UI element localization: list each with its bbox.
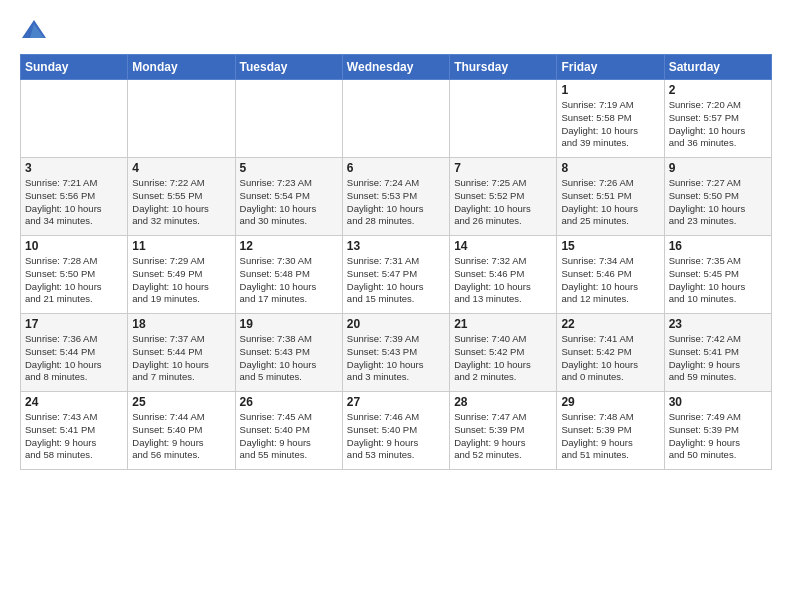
day-info: Sunrise: 7:19 AM Sunset: 5:58 PM Dayligh…: [561, 99, 659, 150]
day-number: 24: [25, 395, 123, 409]
day-info: Sunrise: 7:47 AM Sunset: 5:39 PM Dayligh…: [454, 411, 552, 462]
calendar-table: SundayMondayTuesdayWednesdayThursdayFrid…: [20, 54, 772, 470]
weekday-header-monday: Monday: [128, 55, 235, 80]
header: [20, 16, 772, 44]
day-number: 6: [347, 161, 445, 175]
day-info: Sunrise: 7:38 AM Sunset: 5:43 PM Dayligh…: [240, 333, 338, 384]
calendar-cell: 7Sunrise: 7:25 AM Sunset: 5:52 PM Daylig…: [450, 158, 557, 236]
day-number: 25: [132, 395, 230, 409]
day-info: Sunrise: 7:37 AM Sunset: 5:44 PM Dayligh…: [132, 333, 230, 384]
day-info: Sunrise: 7:26 AM Sunset: 5:51 PM Dayligh…: [561, 177, 659, 228]
calendar-cell: 23Sunrise: 7:42 AM Sunset: 5:41 PM Dayli…: [664, 314, 771, 392]
calendar-cell: 8Sunrise: 7:26 AM Sunset: 5:51 PM Daylig…: [557, 158, 664, 236]
day-number: 13: [347, 239, 445, 253]
day-info: Sunrise: 7:20 AM Sunset: 5:57 PM Dayligh…: [669, 99, 767, 150]
week-row-2: 3Sunrise: 7:21 AM Sunset: 5:56 PM Daylig…: [21, 158, 772, 236]
day-number: 1: [561, 83, 659, 97]
day-number: 17: [25, 317, 123, 331]
calendar-cell: 16Sunrise: 7:35 AM Sunset: 5:45 PM Dayli…: [664, 236, 771, 314]
calendar-cell: 13Sunrise: 7:31 AM Sunset: 5:47 PM Dayli…: [342, 236, 449, 314]
day-info: Sunrise: 7:39 AM Sunset: 5:43 PM Dayligh…: [347, 333, 445, 384]
calendar-cell: 20Sunrise: 7:39 AM Sunset: 5:43 PM Dayli…: [342, 314, 449, 392]
day-info: Sunrise: 7:31 AM Sunset: 5:47 PM Dayligh…: [347, 255, 445, 306]
weekday-header-friday: Friday: [557, 55, 664, 80]
day-number: 30: [669, 395, 767, 409]
day-info: Sunrise: 7:21 AM Sunset: 5:56 PM Dayligh…: [25, 177, 123, 228]
day-number: 15: [561, 239, 659, 253]
weekday-header-row: SundayMondayTuesdayWednesdayThursdayFrid…: [21, 55, 772, 80]
calendar-cell: 9Sunrise: 7:27 AM Sunset: 5:50 PM Daylig…: [664, 158, 771, 236]
day-number: 14: [454, 239, 552, 253]
day-info: Sunrise: 7:40 AM Sunset: 5:42 PM Dayligh…: [454, 333, 552, 384]
calendar-cell: 3Sunrise: 7:21 AM Sunset: 5:56 PM Daylig…: [21, 158, 128, 236]
day-info: Sunrise: 7:48 AM Sunset: 5:39 PM Dayligh…: [561, 411, 659, 462]
day-info: Sunrise: 7:36 AM Sunset: 5:44 PM Dayligh…: [25, 333, 123, 384]
calendar-cell: 18Sunrise: 7:37 AM Sunset: 5:44 PM Dayli…: [128, 314, 235, 392]
day-info: Sunrise: 7:49 AM Sunset: 5:39 PM Dayligh…: [669, 411, 767, 462]
calendar-cell: 27Sunrise: 7:46 AM Sunset: 5:40 PM Dayli…: [342, 392, 449, 470]
day-number: 21: [454, 317, 552, 331]
day-info: Sunrise: 7:44 AM Sunset: 5:40 PM Dayligh…: [132, 411, 230, 462]
day-number: 3: [25, 161, 123, 175]
weekday-header-sunday: Sunday: [21, 55, 128, 80]
calendar-cell: 30Sunrise: 7:49 AM Sunset: 5:39 PM Dayli…: [664, 392, 771, 470]
day-number: 9: [669, 161, 767, 175]
day-info: Sunrise: 7:41 AM Sunset: 5:42 PM Dayligh…: [561, 333, 659, 384]
week-row-4: 17Sunrise: 7:36 AM Sunset: 5:44 PM Dayli…: [21, 314, 772, 392]
day-info: Sunrise: 7:22 AM Sunset: 5:55 PM Dayligh…: [132, 177, 230, 228]
calendar-cell: 5Sunrise: 7:23 AM Sunset: 5:54 PM Daylig…: [235, 158, 342, 236]
page: SundayMondayTuesdayWednesdayThursdayFrid…: [0, 0, 792, 612]
day-info: Sunrise: 7:35 AM Sunset: 5:45 PM Dayligh…: [669, 255, 767, 306]
day-info: Sunrise: 7:42 AM Sunset: 5:41 PM Dayligh…: [669, 333, 767, 384]
weekday-header-tuesday: Tuesday: [235, 55, 342, 80]
calendar-cell: 11Sunrise: 7:29 AM Sunset: 5:49 PM Dayli…: [128, 236, 235, 314]
calendar-cell: 14Sunrise: 7:32 AM Sunset: 5:46 PM Dayli…: [450, 236, 557, 314]
day-info: Sunrise: 7:25 AM Sunset: 5:52 PM Dayligh…: [454, 177, 552, 228]
day-info: Sunrise: 7:29 AM Sunset: 5:49 PM Dayligh…: [132, 255, 230, 306]
day-number: 7: [454, 161, 552, 175]
calendar-cell: 22Sunrise: 7:41 AM Sunset: 5:42 PM Dayli…: [557, 314, 664, 392]
calendar-cell: [235, 80, 342, 158]
day-info: Sunrise: 7:30 AM Sunset: 5:48 PM Dayligh…: [240, 255, 338, 306]
calendar-cell: 2Sunrise: 7:20 AM Sunset: 5:57 PM Daylig…: [664, 80, 771, 158]
weekday-header-wednesday: Wednesday: [342, 55, 449, 80]
day-info: Sunrise: 7:24 AM Sunset: 5:53 PM Dayligh…: [347, 177, 445, 228]
day-number: 23: [669, 317, 767, 331]
calendar-cell: 4Sunrise: 7:22 AM Sunset: 5:55 PM Daylig…: [128, 158, 235, 236]
day-number: 11: [132, 239, 230, 253]
day-info: Sunrise: 7:46 AM Sunset: 5:40 PM Dayligh…: [347, 411, 445, 462]
day-number: 8: [561, 161, 659, 175]
day-number: 27: [347, 395, 445, 409]
day-number: 29: [561, 395, 659, 409]
day-number: 28: [454, 395, 552, 409]
calendar-cell: 25Sunrise: 7:44 AM Sunset: 5:40 PM Dayli…: [128, 392, 235, 470]
day-info: Sunrise: 7:28 AM Sunset: 5:50 PM Dayligh…: [25, 255, 123, 306]
calendar-cell: [128, 80, 235, 158]
calendar-cell: 24Sunrise: 7:43 AM Sunset: 5:41 PM Dayli…: [21, 392, 128, 470]
calendar-cell: [342, 80, 449, 158]
week-row-1: 1Sunrise: 7:19 AM Sunset: 5:58 PM Daylig…: [21, 80, 772, 158]
calendar-cell: 29Sunrise: 7:48 AM Sunset: 5:39 PM Dayli…: [557, 392, 664, 470]
day-info: Sunrise: 7:27 AM Sunset: 5:50 PM Dayligh…: [669, 177, 767, 228]
day-number: 20: [347, 317, 445, 331]
calendar-cell: 28Sunrise: 7:47 AM Sunset: 5:39 PM Dayli…: [450, 392, 557, 470]
day-number: 4: [132, 161, 230, 175]
day-number: 18: [132, 317, 230, 331]
day-info: Sunrise: 7:34 AM Sunset: 5:46 PM Dayligh…: [561, 255, 659, 306]
calendar-cell: 12Sunrise: 7:30 AM Sunset: 5:48 PM Dayli…: [235, 236, 342, 314]
day-info: Sunrise: 7:45 AM Sunset: 5:40 PM Dayligh…: [240, 411, 338, 462]
calendar-cell: 6Sunrise: 7:24 AM Sunset: 5:53 PM Daylig…: [342, 158, 449, 236]
day-number: 26: [240, 395, 338, 409]
week-row-3: 10Sunrise: 7:28 AM Sunset: 5:50 PM Dayli…: [21, 236, 772, 314]
weekday-header-saturday: Saturday: [664, 55, 771, 80]
day-info: Sunrise: 7:43 AM Sunset: 5:41 PM Dayligh…: [25, 411, 123, 462]
week-row-5: 24Sunrise: 7:43 AM Sunset: 5:41 PM Dayli…: [21, 392, 772, 470]
calendar-cell: 1Sunrise: 7:19 AM Sunset: 5:58 PM Daylig…: [557, 80, 664, 158]
calendar-cell: 10Sunrise: 7:28 AM Sunset: 5:50 PM Dayli…: [21, 236, 128, 314]
calendar-cell: 15Sunrise: 7:34 AM Sunset: 5:46 PM Dayli…: [557, 236, 664, 314]
day-number: 2: [669, 83, 767, 97]
calendar-cell: [450, 80, 557, 158]
day-number: 19: [240, 317, 338, 331]
day-info: Sunrise: 7:23 AM Sunset: 5:54 PM Dayligh…: [240, 177, 338, 228]
day-info: Sunrise: 7:32 AM Sunset: 5:46 PM Dayligh…: [454, 255, 552, 306]
